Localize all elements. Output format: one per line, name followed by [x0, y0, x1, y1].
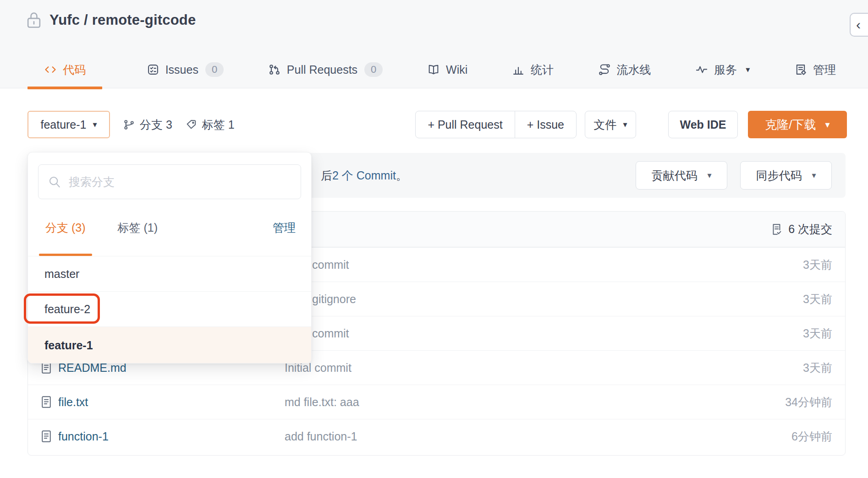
issues-icon	[147, 63, 159, 76]
caret-down-icon: ▾	[623, 120, 627, 130]
code-icon	[44, 63, 57, 76]
chevron-left-icon: ‹	[856, 17, 861, 33]
tab-issues[interactable]: Issues 0	[147, 51, 224, 88]
caret-down-icon: ▾	[707, 170, 711, 180]
files-menu-label: 文件	[593, 117, 616, 132]
commit-time: 34分钟前	[708, 395, 845, 410]
manage-icon	[794, 63, 807, 76]
commit-message: commit	[285, 327, 708, 340]
repo-title-row: Yufc / remote-gitcode	[26, 11, 196, 29]
tab-label: 统计	[531, 62, 554, 77]
branch-item-feature-2[interactable]: feature-2	[28, 291, 311, 326]
service-icon	[695, 63, 708, 76]
caret-down-icon: ▾	[825, 119, 830, 130]
tab-label: 管理	[813, 62, 836, 77]
pr-count-badge: 0	[364, 62, 383, 77]
file-link[interactable]: function-1	[58, 430, 109, 443]
branch-icon	[123, 119, 135, 131]
tab-statistics[interactable]: 统计	[512, 51, 554, 88]
tab-label: 服务	[714, 62, 737, 77]
commit-message: commit	[285, 258, 708, 272]
commit-time: 3天前	[708, 257, 845, 272]
file-link[interactable]: file.txt	[58, 396, 88, 409]
caret-down-icon: ▾	[93, 120, 97, 130]
clone-download-button[interactable]: 克隆/下载 ▾	[748, 111, 847, 138]
pipeline-icon	[598, 63, 611, 76]
commit-diff-link[interactable]: 2 个 Commit	[332, 168, 396, 183]
file-icon	[41, 396, 52, 408]
repo-nav: 代码 Issues 0 Pull Requests 0	[27, 51, 836, 88]
table-row: file.txt md file.txt: aaa 34分钟前	[28, 385, 845, 419]
web-ide-button[interactable]: Web IDE	[668, 111, 738, 138]
pull-request-icon	[268, 63, 281, 76]
repo-toolbar: feature-1 ▾ 分支 3 标签 1 + Pull Request + I…	[27, 111, 847, 138]
caret-down-icon: ▾	[812, 170, 816, 180]
toolbar-actions: + Pull Request + Issue 文件 ▾ Web IDE 克隆/下…	[415, 111, 847, 138]
manage-branches-link[interactable]: 管理	[273, 220, 300, 235]
branch-search-input[interactable]	[69, 175, 291, 189]
sync-code-label: 同步代码	[756, 168, 802, 183]
repo-page: Yufc / remote-gitcode ‹ 代码 Issues 0	[0, 0, 868, 478]
tab-wiki[interactable]: Wiki	[427, 51, 467, 88]
clone-download-label: 克隆/下载	[765, 117, 816, 133]
branch-dropdown-panel: 分支 (3) 标签 (1) 管理 master feature-2 featur…	[27, 152, 312, 364]
tag-count-label: 标签 1	[202, 117, 235, 132]
tab-code[interactable]: 代码	[27, 51, 102, 88]
commit-message: Initial commit	[285, 361, 708, 375]
commit-message: add function-1	[285, 430, 708, 443]
sync-code-button[interactable]: 同步代码 ▾	[740, 161, 832, 190]
tab-tags[interactable]: 标签 (1)	[111, 199, 165, 256]
tab-manage[interactable]: 管理	[794, 51, 836, 88]
commits-icon	[771, 223, 783, 236]
notice-prefix: 后	[321, 168, 332, 183]
commit-time: 3天前	[708, 360, 845, 375]
new-pull-request-button[interactable]: + Pull Request	[415, 111, 515, 138]
collapse-panel-button[interactable]: ‹	[850, 13, 868, 37]
header: Yufc / remote-gitcode ‹ 代码 Issues 0	[0, 0, 868, 88]
files-menu-button[interactable]: 文件 ▾	[585, 111, 636, 138]
branch-selector[interactable]: feature-1 ▾	[27, 111, 110, 138]
file-name-cell: file.txt	[28, 396, 285, 409]
commits-count-link[interactable]: 6 次提交	[788, 222, 832, 237]
branch-search[interactable]	[38, 164, 301, 199]
caret-down-icon: ▾	[746, 65, 750, 75]
branch-item-master[interactable]: master	[28, 256, 311, 291]
lock-icon	[26, 11, 42, 29]
commit-time: 3天前	[708, 292, 845, 307]
contribute-code-label: 贡献代码	[651, 168, 697, 183]
tag-count[interactable]: 标签 1	[185, 117, 235, 132]
file-icon	[41, 430, 52, 443]
table-row: function-1 add function-1 6分钟前	[28, 419, 845, 453]
branch-dropdown-tabs: 分支 (3) 标签 (1) 管理	[28, 199, 311, 256]
tab-pull-requests[interactable]: Pull Requests 0	[268, 51, 383, 88]
tab-label: Pull Requests	[287, 63, 357, 76]
notice-text: 后 2 个 Commit 。	[321, 153, 407, 198]
branch-count[interactable]: 分支 3	[123, 117, 172, 132]
tab-label: 代码	[63, 62, 86, 77]
notice-suffix: 。	[396, 168, 407, 183]
tag-icon	[185, 119, 198, 131]
new-issue-button[interactable]: + Issue	[515, 111, 577, 138]
commit-message: gitignore	[285, 293, 708, 306]
branch-selector-value: feature-1	[40, 118, 86, 131]
tab-services[interactable]: 服务 ▾	[695, 51, 750, 88]
commit-time: 6分钟前	[708, 429, 845, 444]
issues-count-badge: 0	[205, 62, 224, 77]
wiki-icon	[427, 63, 440, 76]
tab-label: 流水线	[617, 62, 651, 77]
commit-message: md file.txt: aaa	[285, 396, 708, 409]
search-icon	[48, 175, 61, 189]
page-title: Yufc / remote-gitcode	[49, 12, 196, 28]
branch-item-feature-1[interactable]: feature-1	[28, 326, 311, 364]
commit-time: 3天前	[708, 326, 845, 341]
new-item-button-group: + Pull Request + Issue	[415, 111, 577, 138]
contribute-code-button[interactable]: 贡献代码 ▾	[636, 161, 727, 190]
tab-branches[interactable]: 分支 (3)	[39, 199, 92, 256]
tab-pipelines[interactable]: 流水线	[598, 51, 651, 88]
tab-label: Wiki	[446, 63, 467, 76]
stats-icon	[512, 63, 525, 76]
branch-count-label: 分支 3	[140, 117, 172, 132]
file-name-cell: function-1	[28, 430, 285, 443]
notice-actions: 贡献代码 ▾ 同步代码 ▾	[636, 161, 832, 190]
tab-label: Issues	[165, 63, 198, 76]
